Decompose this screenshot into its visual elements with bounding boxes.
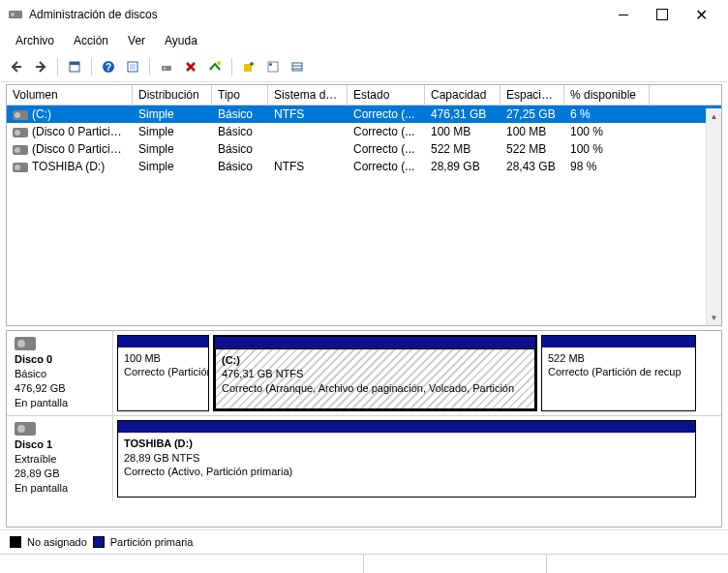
statusbar [0,554,728,573]
volume-cell [268,148,348,150]
volume-cell [268,131,348,133]
col-filesystem[interactable]: Sistema de ... [268,85,348,105]
partition[interactable]: TOSHIBA (D:)28,89 GB NTFSCorrecto (Activ… [117,420,696,497]
partition-color-bar [118,421,695,433]
volume-cell: Básico [212,141,268,157]
scroll-up-icon[interactable]: ▲ [707,108,721,124]
drive-icon [13,110,28,120]
partition-color-bar [215,337,535,348]
svg-rect-7 [130,64,136,70]
menu-action[interactable]: Acción [64,31,118,50]
volume-cell: (Disco 0 Partición 4) [7,141,133,157]
disk-icon [15,337,36,350]
list-view-button[interactable] [287,56,308,77]
disk-graphical-pane: Disco 0Básico476,92 GBEn pantalla100 MBC… [6,330,722,528]
svg-point-10 [217,61,221,65]
window-controls: ✕ [604,1,720,28]
toolbar-separator [231,58,232,75]
forward-button[interactable] [30,56,51,77]
drive-icon [13,128,28,137]
disk-icon [15,422,36,436]
toolbar-separator [57,58,58,75]
disk-partitions: 100 MBCorrecto (Partición(C:)476,31 GB N… [113,331,721,415]
statusbar-segment [546,555,729,573]
partition-body: 522 MBCorrecto (Partición de recup [542,347,695,410]
app-icon [8,7,23,22]
volume-row[interactable]: (Disco 0 Partición 1)SimpleBásicoCorrect… [7,123,721,140]
refresh-button[interactable] [156,56,177,77]
col-volume[interactable]: Volumen [7,85,133,105]
up-button[interactable] [64,56,85,77]
volume-cell: 28,89 GB [425,159,500,174]
menu-help[interactable]: Ayuda [155,31,207,50]
volume-row[interactable]: TOSHIBA (D:)SimpleBásicoNTFSCorrecto (..… [7,158,721,175]
volume-cell: Correcto (... [348,124,425,139]
volume-cell: 100 % [564,141,650,157]
volume-cell: NTFS [268,159,348,174]
minimize-button[interactable] [604,1,643,28]
col-type[interactable]: Tipo [212,85,268,105]
volume-cell: Básico [212,124,268,139]
eject-button[interactable] [204,56,226,77]
volume-cell: Correcto (... [348,106,425,122]
statusbar-segment [0,555,363,573]
col-pct[interactable]: % disponible [564,85,650,105]
volume-list: Volumen Distribución Tipo Sistema de ...… [6,84,722,326]
svg-rect-3 [70,62,79,65]
svg-point-1 [11,13,15,16]
disk-row: Disco 1Extraíble28,89 GBEn pantallaTOSHI… [7,416,721,500]
statusbar-segment [363,555,546,573]
toolbar-separator [91,58,92,75]
properties-button[interactable] [262,56,284,77]
volume-cell: Simple [133,106,212,122]
volume-cell: 100 MB [425,124,500,139]
help-button[interactable]: ? [98,56,119,77]
toolbar-separator [149,58,150,75]
back-button[interactable] [6,56,27,77]
partition[interactable]: 522 MBCorrecto (Partición de recup [541,335,696,411]
volume-row[interactable]: (Disco 0 Partición 4)SimpleBásicoCorrect… [7,140,721,158]
new-partition-button[interactable] [238,56,259,77]
disk-info[interactable]: Disco 0Básico476,92 GBEn pantalla [7,331,113,415]
volume-row[interactable]: (C:)SimpleBásicoNTFSCorrecto (...476,31 … [7,106,721,123]
col-layout[interactable]: Distribución [133,85,212,105]
volume-cell: Básico [212,159,268,174]
menu-file[interactable]: Archivo [6,31,64,50]
col-capacity[interactable]: Capacidad [425,85,500,105]
partition-color-bar [118,336,208,347]
volume-cell: Simple [133,141,212,157]
maximize-button[interactable] [643,1,682,28]
partition-body: 100 MBCorrecto (Partición [118,347,208,410]
volume-cell: 28,43 GB [500,159,564,174]
svg-text:?: ? [106,62,111,73]
volume-cell: (Disco 0 Partición 1) [7,124,133,139]
partition[interactable]: (C:)476,31 GB NTFSCorrecto (Arranque, Ar… [213,335,537,411]
close-button[interactable]: ✕ [682,1,720,28]
col-free[interactable]: Espacio ... [500,85,564,105]
settings-button[interactable] [122,56,143,77]
delete-button[interactable] [180,56,201,77]
volume-cell: 27,25 GB [500,106,564,122]
titlebar: Administración de discos ✕ [0,0,728,29]
svg-rect-11 [244,64,252,72]
legend-unallocated-swatch [10,536,21,548]
svg-rect-14 [292,63,302,71]
volume-rows: (C:)SimpleBásicoNTFSCorrecto (...476,31 … [7,106,721,325]
volume-cell: Básico [212,106,268,122]
partition[interactable]: 100 MBCorrecto (Partición [117,335,209,411]
volume-cell: 100 % [564,124,650,139]
scroll-down-icon[interactable]: ▼ [707,310,721,325]
disk-info[interactable]: Disco 1Extraíble28,89 GBEn pantalla [7,416,113,500]
volume-cell: 98 % [564,159,650,174]
disk-partitions: TOSHIBA (D:)28,89 GB NTFSCorrecto (Activ… [113,416,721,500]
drive-icon [13,163,28,172]
window-title: Administración de discos [29,8,604,21]
col-status[interactable]: Estado [348,85,425,105]
legend-primary-label: Partición primaria [110,536,194,548]
legend-primary-swatch [93,536,105,548]
toolbar: ? [0,54,728,82]
menu-view[interactable]: Ver [118,31,155,50]
scrollbar-vertical[interactable]: ▲ ▼ [706,108,721,325]
volume-cell: Correcto (... [348,159,425,174]
legend: No asignado Partición primaria [0,529,728,554]
